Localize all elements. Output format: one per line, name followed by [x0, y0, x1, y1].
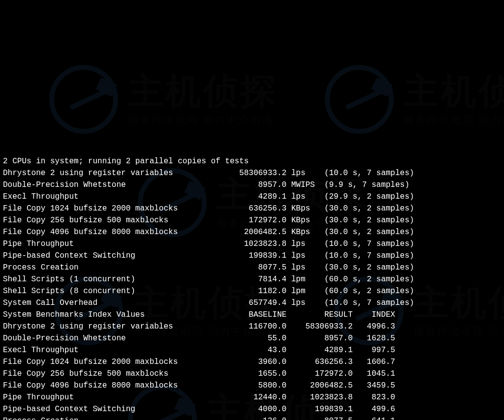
index-row-line: File Copy 1024 bufsize 2000 maxblocks 39… — [3, 356, 501, 368]
benchmark-run-line: File Copy 4096 bufsize 8000 maxblocks 20… — [3, 226, 501, 238]
terminal-output: 2 CPUs in system; running 2 parallel cop… — [0, 153, 504, 420]
index-row-line: Dhrystone 2 using register variables 116… — [3, 321, 501, 332]
benchmark-run-line: Double-Precision Whetstone 8957.0 MWIPS … — [3, 179, 501, 191]
benchmark-run-line: Process Creation 8077.5 lps (30.0 s, 2 s… — [3, 262, 501, 273]
index-row-line: Pipe-based Context Switching 4000.0 1998… — [3, 403, 501, 415]
benchmark-run-line: Execl Throughput 4289.1 lps (29.9 s, 2 s… — [3, 191, 501, 203]
watermark-big-text: 主机侦探 — [404, 73, 504, 109]
benchmark-run-line: System Call Overhead 657749.4 lps (10.0 … — [3, 297, 501, 309]
index-row-line: File Copy 4096 bufsize 8000 maxblocks 58… — [3, 380, 501, 391]
index-row-line: Pipe Throughput 12440.0 1023823.8 823.0 — [3, 391, 501, 403]
benchmark-run-line: Shell Scripts (1 concurrent) 7814.4 lpm … — [3, 273, 501, 285]
index-row-line: Double-Precision Whetstone 55.0 8957.0 1… — [3, 332, 501, 344]
benchmark-run-line: File Copy 1024 bufsize 2000 maxblocks 63… — [3, 203, 501, 214]
benchmark-run-line: File Copy 256 bufsize 500 maxblocks 1729… — [3, 214, 501, 226]
header-line: 2 CPUs in system; running 2 parallel cop… — [3, 155, 501, 167]
benchmark-run-line: Pipe Throughput 1023823.8 lps (10.0 s, 7… — [3, 238, 501, 250]
watermark-logo-icon — [49, 65, 118, 134]
watermark-logo-icon — [325, 65, 394, 134]
benchmark-run-line: Shell Scripts (8 concurrent) 1182.0 lpm … — [3, 285, 501, 297]
watermark-big-text: 主机侦探 — [128, 73, 278, 109]
watermark-small-text: 服务跨境电商 助力中企出海 — [128, 115, 278, 125]
watermark-logo: 主机侦探 服务跨境电商 助力中企出海 — [49, 41, 278, 146]
index-header-line: System Benchmarks Index Values BASELINE … — [3, 309, 501, 321]
watermark-small-text: 服务跨境电商 助力中企出海 — [404, 115, 504, 125]
index-row-line: Process Creation 126.0 8077.5 641.1 — [3, 415, 501, 420]
index-row-line: Execl Throughput 43.0 4289.1 997.5 — [3, 344, 501, 356]
benchmark-run-line: Pipe-based Context Switching 199839.1 lp… — [3, 250, 501, 262]
watermark-logo: 主机侦探 服务跨境电商 助力中企出海 — [325, 41, 504, 146]
index-row-line: File Copy 256 bufsize 500 maxblocks 1655… — [3, 368, 501, 380]
benchmark-run-line: Dhrystone 2 using register variables 583… — [3, 167, 501, 179]
